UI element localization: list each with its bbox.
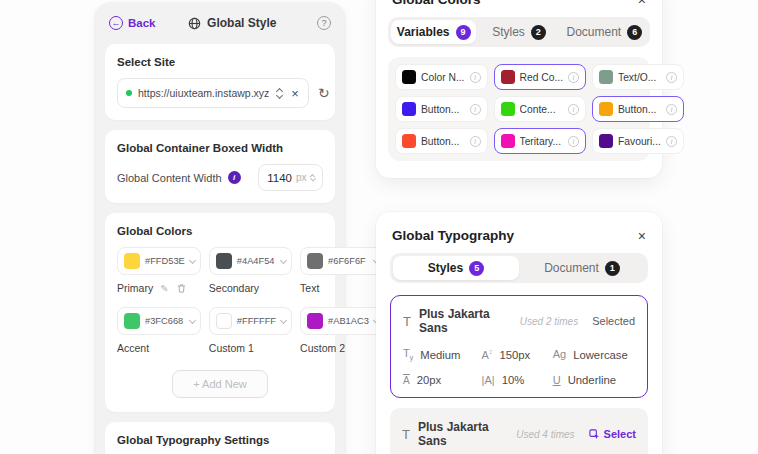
color-label: Custom 2 <box>300 342 345 354</box>
site-status-dot <box>126 90 132 96</box>
count-badge: 6 <box>627 25 642 40</box>
global-typography-panel: Global Typography × Styles 5 Document 1 … <box>376 212 662 454</box>
container-width-title: Global Container Boxed Width <box>117 142 323 154</box>
chip-swatch <box>501 70 515 84</box>
chevron-down-icon <box>280 256 287 263</box>
info-icon[interactable]: i <box>568 104 579 115</box>
back-button[interactable]: ← Back <box>109 16 156 30</box>
select-button[interactable]: Select <box>589 428 636 440</box>
color-swatch <box>124 253 140 269</box>
edit-icon[interactable]: ✎ <box>160 283 168 294</box>
color-chip[interactable]: Red Co... i <box>494 64 587 90</box>
color-chip[interactable]: Button... i <box>395 96 488 122</box>
info-icon[interactable]: i <box>666 136 677 147</box>
selected-status: Selected <box>592 315 635 327</box>
site-stepper-icon[interactable] <box>275 87 284 100</box>
count-badge: 1 <box>605 261 620 276</box>
width-stepper-icon[interactable] <box>311 175 315 180</box>
font-size-icon: A↕ <box>482 348 493 361</box>
chevron-down-icon <box>189 316 196 323</box>
color-swatch <box>307 313 323 329</box>
color-label: Accent <box>117 342 149 354</box>
chip-swatch <box>501 134 515 148</box>
tab-variables[interactable]: Variables 9 <box>391 20 476 44</box>
trash-icon[interactable] <box>176 283 187 294</box>
color-picker-accent[interactable]: #3FC668 <box>117 307 201 335</box>
panel-title: Global Colors <box>392 0 481 7</box>
color-field-text: #6F6F6F Text <box>300 247 385 294</box>
close-icon[interactable]: × <box>638 0 646 7</box>
tab-styles[interactable]: Styles 2 <box>476 20 561 44</box>
color-swatch <box>307 253 323 269</box>
text-icon: T <box>403 314 411 329</box>
color-label: Custom 1 <box>209 342 254 354</box>
color-picker-custom2[interactable]: #AB1AC3 <box>300 307 385 335</box>
typography-tabbar: Styles 5 Document 1 <box>390 253 648 283</box>
usage-count: Used 2 times <box>520 316 578 327</box>
chip-swatch <box>402 70 416 84</box>
global-colors-title: Global Colors <box>117 225 323 237</box>
prop-text-decoration: U Underline <box>553 374 635 386</box>
app-canvas: ← Back Global Style ? Select Site https:… <box>0 0 758 454</box>
text-case-icon: Ag <box>553 349 566 360</box>
font-name: Plus Jakarta Sans <box>418 420 508 448</box>
content-width-input[interactable]: 1140 px <box>258 164 323 191</box>
prop-line-height: A 20px <box>403 374 482 386</box>
prop-text-case: Ag Lowercase <box>553 348 635 361</box>
select-site-card: Select Site https://uiuxteam.instawp.xyz… <box>105 44 335 120</box>
info-icon[interactable]: i <box>666 104 677 115</box>
color-field-custom2: #AB1AC3 Custom 2 <box>300 307 385 354</box>
close-icon[interactable]: × <box>638 229 646 243</box>
container-width-card: Global Container Boxed Width Global Cont… <box>105 130 335 203</box>
color-picker-secondary[interactable]: #4A4F54 <box>209 247 292 275</box>
info-icon[interactable]: i <box>568 136 579 147</box>
page-title-label: Global Style <box>207 16 276 30</box>
global-colors-panel: Global Colors × Variables 9 Styles 2 Doc… <box>376 0 662 178</box>
global-style-sidebar: ← Back Global Style ? Select Site https:… <box>95 3 345 454</box>
color-chip[interactable]: Button... i <box>592 96 684 122</box>
page-title: Global Style <box>156 16 310 30</box>
prop-font-weight: Ty Medium <box>403 348 482 361</box>
chevron-down-icon <box>189 256 196 263</box>
info-icon[interactable]: i <box>228 171 241 184</box>
site-url-value: https://uiuxteam.instawp.xyz <box>138 87 269 99</box>
color-chip[interactable]: Text/O... i <box>592 64 684 90</box>
refresh-icon[interactable]: ↻ <box>318 86 330 100</box>
content-width-value: 1140 <box>267 172 292 184</box>
color-label: Primary <box>117 282 153 294</box>
color-chip[interactable]: Button... i <box>395 128 488 154</box>
help-button[interactable]: ? <box>317 16 331 30</box>
info-icon[interactable]: i <box>666 72 677 83</box>
color-swatch <box>216 313 232 329</box>
site-clear-icon[interactable]: × <box>290 87 300 100</box>
text-icon: T <box>402 427 410 442</box>
font-style-card[interactable]: T Plus Jakarta Sans Used 4 times Select … <box>390 408 648 454</box>
font-style-card-selected[interactable]: T Plus Jakarta Sans Used 2 times Selecte… <box>390 295 648 398</box>
tab-styles[interactable]: Styles 5 <box>393 256 519 280</box>
prop-font-size: A↕ 150px <box>482 348 553 361</box>
chip-swatch <box>402 134 416 148</box>
count-badge: 5 <box>469 261 484 276</box>
tab-document[interactable]: Document 6 <box>562 20 647 44</box>
color-picker-custom1[interactable]: #FFFFFF <box>209 307 292 335</box>
tab-document[interactable]: Document 1 <box>519 256 645 280</box>
letter-spacing-icon: |A| <box>482 375 495 386</box>
info-icon[interactable]: i <box>470 104 481 115</box>
info-icon[interactable]: i <box>568 72 579 83</box>
info-icon[interactable]: i <box>470 72 481 83</box>
select-cursor-icon <box>589 429 600 440</box>
color-chip[interactable]: Color N... i <box>395 64 488 90</box>
color-chip[interactable]: Favouri... i <box>592 128 684 154</box>
typography-settings-card: Global Typography Settings Ag 32px - 700… <box>105 422 335 454</box>
color-chip[interactable]: Teritary... i <box>494 128 587 154</box>
prop-letter-spacing: |A| 10% <box>482 374 553 386</box>
add-new-color-button[interactable]: + Add New <box>172 370 268 398</box>
count-badge: 9 <box>456 25 471 40</box>
site-select-input[interactable]: https://uiuxteam.instawp.xyz × <box>117 78 309 108</box>
content-width-label: Global Content Width i <box>117 171 241 184</box>
color-picker-primary[interactable]: #FFD53E <box>117 247 201 275</box>
chip-swatch <box>501 102 515 116</box>
color-chip[interactable]: Conte... i <box>494 96 587 122</box>
color-picker-text[interactable]: #6F6F6F <box>300 247 385 275</box>
info-icon[interactable]: i <box>470 136 481 147</box>
